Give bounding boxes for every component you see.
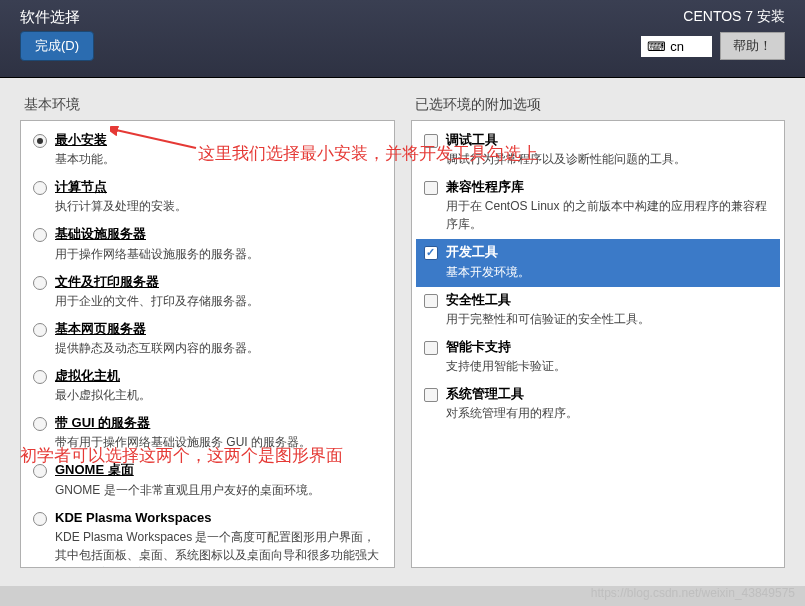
item-body: GNOME 桌面GNOME 是一个非常直观且用户友好的桌面环境。 [55, 461, 382, 498]
item-title: 安全性工具 [446, 291, 773, 309]
header-bar: 软件选择 完成(D) CENTOS 7 安装 cn 帮助！ [0, 0, 805, 78]
item-desc: 提供静态及动态互联网内容的服务器。 [55, 339, 382, 357]
radio-icon[interactable] [33, 464, 47, 478]
item-desc: 执行计算及处理的安装。 [55, 197, 382, 215]
addon-item[interactable]: 开发工具基本开发环境。 [416, 239, 781, 286]
item-body: 最小安装基本功能。 [55, 131, 382, 168]
watermark: https://blog.csdn.net/weixin_43849575 [591, 586, 795, 600]
item-desc: 用于在 CentOS Linux 的之前版本中构建的应用程序的兼容程序库。 [446, 197, 773, 233]
done-button[interactable]: 完成(D) [20, 31, 94, 61]
item-desc: 用于企业的文件、打印及存储服务器。 [55, 292, 382, 310]
item-body: 基本网页服务器提供静态及动态互联网内容的服务器。 [55, 320, 382, 357]
item-body: 虚拟化主机最小虚拟化主机。 [55, 367, 382, 404]
addon-item[interactable]: 智能卡支持支持使用智能卡验证。 [416, 334, 781, 381]
addon-item[interactable]: 系统管理工具对系统管理有用的程序。 [416, 381, 781, 428]
item-body: 带 GUI 的服务器带有用于操作网络基础设施服务 GUI 的服务器。 [55, 414, 382, 451]
item-desc: 最小虚拟化主机。 [55, 386, 382, 404]
item-body: 计算节点执行计算及处理的安装。 [55, 178, 382, 215]
env-item[interactable]: 基本网页服务器提供静态及动态互联网内容的服务器。 [25, 316, 390, 363]
item-body: 智能卡支持支持使用智能卡验证。 [446, 338, 773, 375]
checkbox-icon[interactable] [424, 294, 438, 308]
keyboard-layout-indicator[interactable]: cn [641, 36, 712, 57]
item-title: 文件及打印服务器 [55, 273, 382, 291]
checkbox-icon[interactable] [424, 181, 438, 195]
addon-item[interactable]: 调试工具调试行为异常程序以及诊断性能问题的工具。 [416, 127, 781, 174]
item-title: 开发工具 [446, 243, 773, 261]
item-desc: 基本功能。 [55, 150, 382, 168]
checkbox-icon[interactable] [424, 388, 438, 402]
item-desc: 调试行为异常程序以及诊断性能问题的工具。 [446, 150, 773, 168]
item-desc: 带有用于操作网络基础设施服务 GUI 的服务器。 [55, 433, 382, 451]
item-body: 系统管理工具对系统管理有用的程序。 [446, 385, 773, 422]
left-column: 基本环境 最小安装基本功能。计算节点执行计算及处理的安装。基础设施服务器用于操作… [20, 96, 395, 568]
item-title: 系统管理工具 [446, 385, 773, 403]
item-desc: 对系统管理有用的程序。 [446, 404, 773, 422]
item-desc: 用于完整性和可信验证的安全性工具。 [446, 310, 773, 328]
checkbox-icon[interactable] [424, 134, 438, 148]
item-body: 安全性工具用于完整性和可信验证的安全性工具。 [446, 291, 773, 328]
env-item[interactable]: 基础设施服务器用于操作网络基础设施服务的服务器。 [25, 221, 390, 268]
checkbox-icon[interactable] [424, 341, 438, 355]
env-item[interactable]: 计算节点执行计算及处理的安装。 [25, 174, 390, 221]
item-title: 带 GUI 的服务器 [55, 414, 382, 432]
item-desc: 用于操作网络基础设施服务的服务器。 [55, 245, 382, 263]
checkbox-icon[interactable] [424, 246, 438, 260]
item-body: KDE Plasma WorkspacesKDE Plasma Workspac… [55, 509, 382, 569]
installer-subtitle: CENTOS 7 安装 [683, 8, 785, 26]
base-environment-list[interactable]: 最小安装基本功能。计算节点执行计算及处理的安装。基础设施服务器用于操作网络基础设… [20, 120, 395, 568]
addons-list[interactable]: 调试工具调试行为异常程序以及诊断性能问题的工具。兼容性程序库用于在 CentOS… [411, 120, 786, 568]
right-column: 已选环境的附加选项 调试工具调试行为异常程序以及诊断性能问题的工具。兼容性程序库… [411, 96, 786, 568]
radio-icon[interactable] [33, 370, 47, 384]
item-title: 智能卡支持 [446, 338, 773, 356]
page-title: 软件选择 [20, 8, 80, 27]
item-title: GNOME 桌面 [55, 461, 382, 479]
keyboard-label: cn [670, 39, 684, 54]
main-content: 基本环境 最小安装基本功能。计算节点执行计算及处理的安装。基础设施服务器用于操作… [0, 78, 805, 586]
radio-icon[interactable] [33, 181, 47, 195]
item-title: 计算节点 [55, 178, 382, 196]
item-title: 最小安装 [55, 131, 382, 149]
radio-icon[interactable] [33, 276, 47, 290]
item-desc: KDE Plasma Workspaces 是一个高度可配置图形用户界面，其中包… [55, 528, 382, 568]
item-title: 基础设施服务器 [55, 225, 382, 243]
help-button[interactable]: 帮助！ [720, 32, 785, 60]
item-body: 开发工具基本开发环境。 [446, 243, 773, 280]
addon-item[interactable]: 安全性工具用于完整性和可信验证的安全性工具。 [416, 287, 781, 334]
item-desc: 基本开发环境。 [446, 263, 773, 281]
item-title: 调试工具 [446, 131, 773, 149]
addon-item[interactable]: 兼容性程序库用于在 CentOS Linux 的之前版本中构建的应用程序的兼容程… [416, 174, 781, 239]
radio-icon[interactable] [33, 134, 47, 148]
env-item[interactable]: 最小安装基本功能。 [25, 127, 390, 174]
item-body: 兼容性程序库用于在 CentOS Linux 的之前版本中构建的应用程序的兼容程… [446, 178, 773, 233]
item-body: 基础设施服务器用于操作网络基础设施服务的服务器。 [55, 225, 382, 262]
radio-icon[interactable] [33, 228, 47, 242]
right-heading: 已选环境的附加选项 [411, 96, 786, 114]
radio-icon[interactable] [33, 417, 47, 431]
env-item[interactable]: GNOME 桌面GNOME 是一个非常直观且用户友好的桌面环境。 [25, 457, 390, 504]
item-title: KDE Plasma Workspaces [55, 509, 382, 527]
item-desc: 支持使用智能卡验证。 [446, 357, 773, 375]
item-title: 基本网页服务器 [55, 320, 382, 338]
env-item[interactable]: 虚拟化主机最小虚拟化主机。 [25, 363, 390, 410]
left-heading: 基本环境 [20, 96, 395, 114]
radio-icon[interactable] [33, 323, 47, 337]
item-body: 文件及打印服务器用于企业的文件、打印及存储服务器。 [55, 273, 382, 310]
item-desc: GNOME 是一个非常直观且用户友好的桌面环境。 [55, 481, 382, 499]
env-item[interactable]: 文件及打印服务器用于企业的文件、打印及存储服务器。 [25, 269, 390, 316]
item-title: 虚拟化主机 [55, 367, 382, 385]
env-item[interactable]: KDE Plasma WorkspacesKDE Plasma Workspac… [25, 505, 390, 569]
env-item[interactable]: 带 GUI 的服务器带有用于操作网络基础设施服务 GUI 的服务器。 [25, 410, 390, 457]
radio-icon[interactable] [33, 512, 47, 526]
item-body: 调试工具调试行为异常程序以及诊断性能问题的工具。 [446, 131, 773, 168]
item-title: 兼容性程序库 [446, 178, 773, 196]
